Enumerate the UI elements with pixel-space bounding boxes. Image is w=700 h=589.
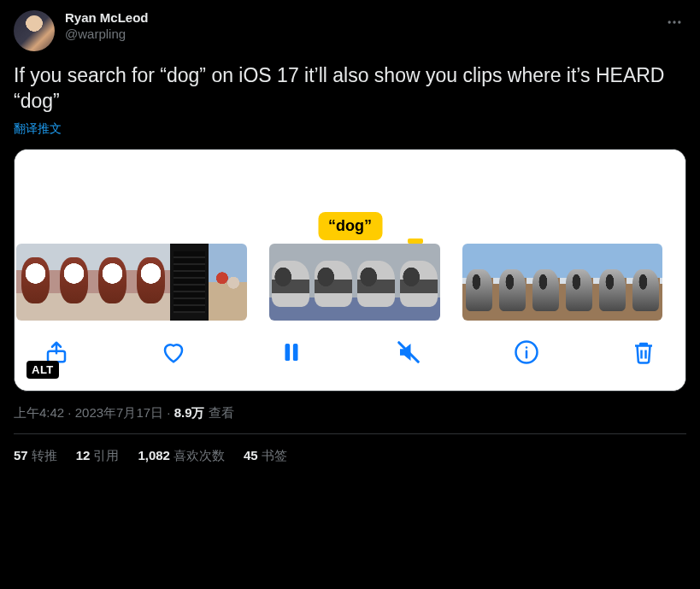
meta-sep: ·: [163, 405, 174, 420]
frame-thumb: [355, 244, 397, 321]
media-card[interactable]: “dog”: [14, 149, 686, 392]
frame-thumb: [132, 244, 170, 321]
caption-badge: “dog”: [318, 212, 382, 240]
svg-rect-4: [285, 344, 290, 361]
media-top: “dog”: [15, 150, 685, 244]
stat-label: 书签: [262, 448, 287, 462]
frame-thumb: [209, 244, 247, 321]
stat-num: 45: [244, 448, 258, 462]
clip-group[interactable]: [16, 244, 247, 321]
frame-thumb: [529, 244, 562, 321]
tweet-container: Ryan McLeod @warpling If you search for …: [0, 0, 700, 478]
display-name: Ryan McLeod: [65, 10, 149, 27]
svg-point-1: [673, 21, 675, 23]
frame-thumb: [269, 244, 312, 321]
svg-rect-5: [293, 344, 298, 361]
frame-thumb: [596, 244, 629, 321]
tweet-stats: 57转推 12引用 1,082喜欢次数 45书签: [14, 434, 686, 478]
caption-marker: [408, 239, 423, 244]
stat-num: 12: [76, 448, 91, 462]
like-button[interactable]: [161, 339, 186, 365]
pause-button[interactable]: [279, 339, 304, 365]
frame-thumb: [93, 244, 132, 321]
frame-thumb: [16, 244, 55, 321]
frame-thumb: [55, 244, 93, 321]
stat-num: 57: [14, 448, 28, 462]
author-names[interactable]: Ryan McLeod @warpling: [65, 10, 149, 43]
clip-group[interactable]: [269, 244, 440, 321]
clip-group[interactable]: [462, 244, 662, 321]
stat-retweets[interactable]: 57转推: [14, 448, 57, 464]
frame-thumb: [496, 244, 529, 321]
stat-likes[interactable]: 1,082喜欢次数: [138, 448, 225, 464]
mute-button[interactable]: [396, 339, 421, 365]
svg-point-9: [525, 346, 527, 349]
more-icon: [666, 14, 683, 31]
frame-thumb: [170, 244, 209, 321]
video-timeline[interactable]: [15, 244, 685, 321]
svg-point-0: [668, 21, 671, 23]
views-count: 8.9万: [174, 405, 205, 420]
meta-date[interactable]: 2023年7月17日: [75, 405, 163, 420]
avatar[interactable]: [14, 10, 55, 51]
meta-sep: ·: [64, 405, 75, 420]
alt-badge[interactable]: ALT: [26, 361, 59, 379]
stat-quotes[interactable]: 12引用: [76, 448, 120, 464]
svg-point-2: [678, 21, 680, 23]
translate-link[interactable]: 翻译推文: [14, 121, 686, 137]
delete-button[interactable]: [631, 339, 656, 365]
user-handle: @warpling: [65, 27, 149, 43]
stat-bookmarks[interactable]: 45书签: [244, 448, 287, 464]
trash-icon: [631, 339, 656, 365]
more-button[interactable]: [662, 10, 686, 38]
frame-thumb: [462, 244, 496, 321]
stat-label: 引用: [93, 448, 119, 462]
media-toolbar: [15, 321, 685, 391]
frame-thumb: [629, 244, 662, 321]
info-button[interactable]: [514, 339, 539, 365]
tweet-text: If you search for “dog” on iOS 17 it’ll …: [14, 63, 686, 115]
frame-thumb: [562, 244, 596, 321]
tweet-header: Ryan McLeod @warpling: [14, 10, 686, 51]
stat-label: 喜欢次数: [174, 448, 225, 462]
meta-time[interactable]: 上午4:42: [14, 405, 64, 420]
frame-thumb: [397, 244, 440, 321]
tweet-meta: 上午4:42 · 2023年7月17日 · 8.9万 查看: [14, 405, 686, 434]
info-icon: [514, 339, 539, 365]
pause-icon: [279, 339, 304, 365]
speaker-muted-icon: [396, 339, 421, 365]
stat-label: 转推: [32, 448, 57, 462]
heart-icon: [161, 339, 186, 365]
stat-num: 1,082: [138, 448, 170, 462]
views-label: 查看: [205, 405, 234, 420]
frame-thumb: [312, 244, 355, 321]
